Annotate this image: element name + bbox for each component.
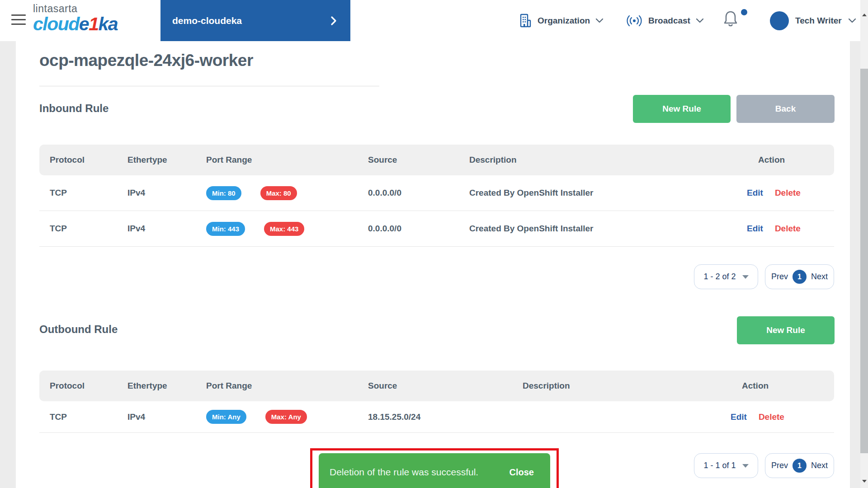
app-window: lintasarta cloude1ka demo-cloudeka Organ…: [0, 0, 868, 488]
annotation-highlight-box: Deletion of the rule was successful. Clo…: [310, 448, 559, 488]
delete-link[interactable]: Delete: [775, 224, 801, 234]
cell-source: 0.0.0.0/0: [368, 188, 469, 198]
col-ethertype: Ethertype: [127, 381, 206, 391]
range-label: 1 - 2 of 2: [703, 272, 736, 282]
scrollbar-thumb[interactable]: [860, 69, 868, 453]
brand-wordmark: cloude1ka: [33, 15, 118, 33]
outbound-rows-per-page-dropdown[interactable]: 1 - 1 of 1: [694, 453, 758, 478]
col-ethertype: Ethertype: [127, 155, 206, 165]
edit-link[interactable]: Edit: [731, 412, 747, 422]
cell-protocol: TCP: [50, 224, 127, 234]
cell-source: 0.0.0.0/0: [368, 224, 469, 234]
inbound-rules-table: Protocol Ethertype Port Range Source Des…: [39, 145, 834, 247]
inbound-table-header: Protocol Ethertype Port Range Source Des…: [39, 145, 834, 175]
max-port-badge: Max: 443: [264, 222, 304, 236]
col-action: Action: [747, 155, 834, 165]
cell-port-range: Min: AnyMax: Any: [206, 410, 368, 424]
col-protocol: Protocol: [50, 155, 127, 165]
chevron-down-icon: [696, 18, 704, 23]
cell-actions: Edit Delete: [731, 412, 834, 422]
user-menu[interactable]: Tech Writer: [770, 0, 856, 41]
next-button[interactable]: Next: [811, 272, 828, 282]
notification-badge-dot: [741, 9, 747, 15]
table-row: TCP IPv4 Min: 443Max: 443 0.0.0.0/0 Crea…: [39, 211, 834, 247]
chevron-right-icon: [330, 16, 337, 26]
current-page-indicator[interactable]: 1: [793, 270, 807, 284]
max-port-badge: Max: Any: [265, 410, 307, 424]
cell-ethertype: IPv4: [127, 188, 206, 198]
cell-actions: Edit Delete: [747, 224, 834, 234]
cell-description: Created By OpenShift Installer: [469, 188, 747, 198]
col-protocol: Protocol: [50, 381, 127, 391]
chevron-down-icon: [595, 18, 604, 23]
toast-message: Deletion of the rule was successful.: [330, 467, 478, 478]
content-card: ocp-mapezqle-24xj6-worker Inbound Rule N…: [16, 41, 850, 488]
triangle-down-icon: [742, 464, 749, 468]
edit-link[interactable]: Edit: [747, 188, 763, 198]
organization-menu[interactable]: Organization: [519, 0, 604, 41]
inbound-rows-per-page-dropdown[interactable]: 1 - 2 of 2: [694, 264, 758, 289]
brand-name-top: lintasarta: [33, 4, 118, 14]
organization-label: Organization: [538, 16, 590, 26]
title-divider: [39, 86, 379, 86]
cell-description: Created By OpenShift Installer: [469, 224, 747, 234]
delete-link[interactable]: Delete: [775, 188, 801, 198]
brand-logo[interactable]: lintasarta cloude1ka: [33, 4, 118, 33]
scroll-up-arrow-icon[interactable]: [862, 14, 867, 16]
min-port-badge: Min: Any: [206, 410, 246, 424]
cell-ethertype: IPv4: [127, 224, 206, 234]
cell-source: 18.15.25.0/24: [368, 412, 523, 422]
outbound-new-rule-button[interactable]: New Rule: [737, 316, 835, 344]
menu-icon[interactable]: [11, 14, 26, 26]
current-page-indicator[interactable]: 1: [793, 459, 807, 473]
outbound-rule-heading: Outbound Rule: [39, 323, 118, 336]
cell-protocol: TCP: [50, 412, 127, 422]
col-source: Source: [368, 381, 523, 391]
success-toast: Deletion of the rule was successful. Clo…: [319, 453, 550, 488]
col-port-range: Port Range: [206, 381, 368, 391]
inbound-new-rule-button[interactable]: New Rule: [633, 95, 731, 123]
broadcast-menu[interactable]: Broadcast: [626, 0, 704, 41]
project-name: demo-cloudeka: [172, 15, 242, 26]
vertical-scrollbar[interactable]: [860, 0, 868, 488]
notifications-button[interactable]: [722, 9, 745, 29]
scroll-down-arrow-icon[interactable]: [862, 480, 867, 483]
outbound-rules-table: Protocol Ethertype Port Range Source Des…: [39, 371, 834, 433]
col-action: Action: [731, 381, 834, 391]
col-description: Description: [523, 381, 731, 391]
table-row: TCP IPv4 Min: 80Max: 80 0.0.0.0/0 Create…: [39, 175, 834, 211]
cell-port-range: Min: 443Max: 443: [206, 222, 368, 236]
col-port-range: Port Range: [206, 155, 368, 165]
broadcast-label: Broadcast: [648, 16, 690, 26]
page-title: ocp-mapezqle-24xj6-worker: [39, 51, 253, 70]
outbound-pager[interactable]: Prev 1 Next: [765, 453, 834, 478]
back-button[interactable]: Back: [736, 95, 835, 123]
chevron-down-icon: [848, 18, 856, 23]
project-selector[interactable]: demo-cloudeka: [160, 0, 350, 41]
min-port-badge: Min: 80: [206, 186, 241, 200]
toast-close-button[interactable]: Close: [509, 467, 534, 478]
user-name: Tech Writer: [795, 16, 842, 26]
next-button[interactable]: Next: [811, 461, 828, 470]
inbound-pager[interactable]: Prev 1 Next: [765, 264, 834, 289]
edit-link[interactable]: Edit: [747, 224, 763, 234]
prev-button[interactable]: Prev: [771, 272, 788, 282]
cell-protocol: TCP: [50, 188, 127, 198]
broadcast-icon: [626, 14, 643, 27]
building-icon: [519, 13, 532, 28]
cell-actions: Edit Delete: [747, 188, 834, 198]
cell-ethertype: IPv4: [127, 412, 206, 422]
top-bar: lintasarta cloude1ka demo-cloudeka Organ…: [0, 0, 868, 41]
max-port-badge: Max: 80: [260, 186, 297, 200]
col-source: Source: [368, 155, 469, 165]
outbound-table-header: Protocol Ethertype Port Range Source Des…: [39, 371, 834, 401]
avatar: [770, 11, 789, 30]
table-row: TCP IPv4 Min: AnyMax: Any 18.15.25.0/24 …: [39, 401, 834, 433]
range-label: 1 - 1 of 1: [703, 461, 736, 470]
inbound-rule-heading: Inbound Rule: [39, 102, 108, 115]
triangle-down-icon: [742, 275, 749, 279]
col-description: Description: [469, 155, 747, 165]
prev-button[interactable]: Prev: [771, 461, 788, 470]
delete-link[interactable]: Delete: [759, 412, 784, 422]
min-port-badge: Min: 443: [206, 222, 245, 236]
